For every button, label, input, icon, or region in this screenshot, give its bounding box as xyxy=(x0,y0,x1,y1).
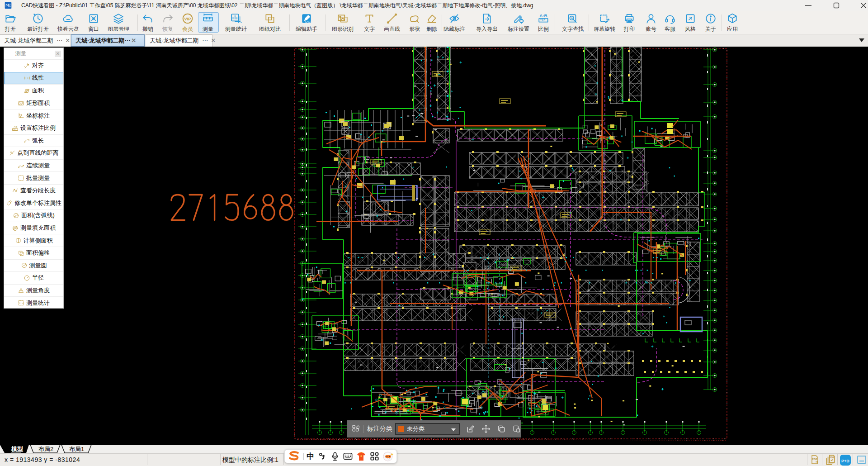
svg-text:模型: 模型 xyxy=(11,446,23,452)
svg-text:A: A xyxy=(571,17,573,20)
svg-text:布局1: 布局1 xyxy=(69,446,84,452)
svg-text:CAD: CAD xyxy=(305,20,311,23)
svg-text:PDF: PDF xyxy=(829,456,835,459)
svg-text:A:B: A:B xyxy=(14,125,18,128)
svg-text:A:B: A:B xyxy=(539,13,547,18)
svg-text:P+D: P+D xyxy=(841,459,849,463)
svg-text:布局2: 布局2 xyxy=(38,446,53,452)
svg-text:PDF: PDF xyxy=(812,458,817,461)
